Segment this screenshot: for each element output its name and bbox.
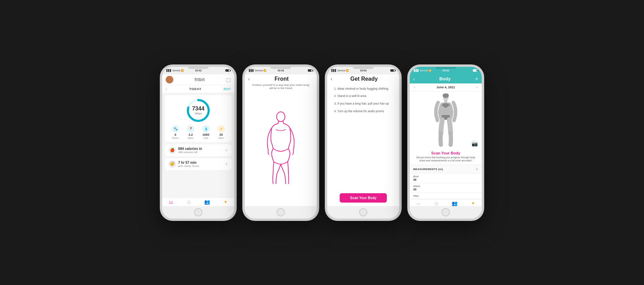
phones-container: ▋▋▋ Service 📶 19:02 fitbit ⬚ ‹ TODAY EDI… — [153, 58, 491, 228]
phone-bottom-1 — [162, 206, 234, 219]
calories-card: 🍎 684 calories in 488 calories left + — [165, 144, 232, 156]
scan-description: Did you know that tracking your progress… — [410, 156, 482, 165]
front-header: ‹ Front — [245, 74, 317, 83]
bust-value: 36 — [413, 178, 478, 181]
scan-body-button[interactable]: Scan Your Body — [340, 193, 387, 203]
status-right-3 — [390, 69, 395, 72]
inbox-icon[interactable]: ⬚ — [226, 77, 231, 82]
phone-4: ▋▋▋ Service 📶 19:02 ‹ Body + ‹ June 4, 2… — [408, 65, 484, 221]
status-right-1 — [225, 69, 230, 72]
add-button-4[interactable]: + — [475, 76, 478, 82]
nav-discover-4[interactable]: ◎ — [434, 201, 438, 206]
svg-rect-7 — [444, 100, 447, 103]
front-subtitle: Position yourself in a way that your ent… — [245, 83, 317, 90]
measurement-waist: Waist 30 — [410, 183, 482, 193]
status-right-4 — [473, 69, 478, 72]
status-left-2: ▋▋▋ Service 📶 — [249, 69, 267, 72]
camera-icon[interactable]: 📷 — [471, 140, 478, 148]
sleep-card: 😴 7 hr 57 min ● 81 Sleep Score + — [165, 158, 232, 170]
sleep-text: 7 hr 57 min ● 81 Sleep Score — [178, 161, 199, 168]
home-button-3[interactable] — [359, 208, 367, 216]
body-outline-svg — [263, 110, 298, 187]
sleep-icon: 😴 — [168, 160, 176, 168]
home-button-1[interactable] — [194, 208, 202, 216]
screen-3: ‹ Get Ready 1. Wear minimal or body hugg… — [327, 74, 399, 206]
measurement-bust: Bust 36 — [410, 173, 482, 183]
battery-icon-4 — [473, 69, 478, 72]
back-arrow-4[interactable]: ‹ — [413, 76, 415, 82]
scan-your-body-label: Scan Your Body — [410, 151, 482, 156]
date-next-arrow[interactable]: › — [476, 85, 478, 90]
edit-button[interactable]: EDIT — [224, 87, 231, 91]
notch-1 — [188, 67, 209, 69]
date-prev-arrow[interactable]: ‹ — [414, 85, 415, 90]
waist-label: Waist — [413, 185, 478, 188]
miles-unit: Miles — [188, 137, 193, 139]
cals-value: 1650 — [202, 133, 209, 136]
body-title: Body — [439, 76, 451, 81]
date-navigator: ‹ June 4, 2021 › — [410, 83, 482, 91]
calories-add-button[interactable]: + — [225, 147, 228, 153]
phone-bottom-3 — [327, 206, 399, 219]
status-left-3: ▋▋▋ Service 📶 — [331, 69, 349, 72]
calories-icon: 🍎 — [168, 146, 176, 154]
battery-icon-3 — [390, 69, 395, 72]
miles-value: 3.2 — [189, 133, 193, 136]
battery-icon-2 — [308, 69, 313, 72]
calories-text: 684 calories in 488 calories left — [178, 147, 202, 154]
instruction-4: 4. Turn up the volume for audio proms — [334, 109, 392, 114]
mins-value: 25 — [219, 133, 223, 136]
miles-icon: 📍 — [187, 125, 194, 133]
fitbit-header: fitbit ⬚ — [162, 74, 234, 85]
home-button-4[interactable] — [442, 208, 450, 216]
svg-point-2 — [277, 112, 285, 122]
avatar — [166, 76, 173, 83]
measurements-header: MEASUREMENTS (in) + — [410, 164, 482, 173]
mins-icon: ⚡ — [217, 125, 225, 133]
phone-2: ▋▋▋ Service 📶 19:02 ‹ Front Position you… — [243, 65, 319, 221]
notch-2 — [270, 67, 291, 69]
nav-dashboard-4[interactable]: ⚏ — [416, 201, 421, 206]
today-label: TODAY — [189, 87, 202, 91]
sleep-add-button[interactable]: + — [225, 161, 228, 167]
svg-line-3 — [278, 121, 279, 124]
stat-cals: 💧 1650 Cals — [202, 125, 210, 139]
app-title: fitbit — [195, 77, 205, 82]
side-button-3 — [400, 95, 401, 107]
measurement-hips: Hips — [410, 193, 482, 199]
back-arrow-today[interactable]: ‹ — [166, 87, 167, 91]
sleep-left: 😴 7 hr 57 min ● 81 Sleep Score — [168, 160, 199, 168]
nav-community-4[interactable]: 👥 — [452, 201, 458, 206]
nav-premium[interactable]: ✦ — [224, 199, 228, 205]
nav-community[interactable]: 👥 — [204, 199, 210, 205]
get-ready-title: Get Ready — [332, 76, 396, 82]
body-photo-svg — [432, 93, 460, 149]
screen-1: fitbit ⬚ ‹ TODAY EDIT 7344 Steps — [162, 74, 234, 206]
nav-discover[interactable]: ◎ — [187, 199, 191, 205]
status-time-2: 19:02 — [277, 69, 284, 72]
svg-line-4 — [283, 121, 284, 124]
status-left-1: ▋▋▋ Service 📶 — [166, 69, 184, 72]
phone-bottom-4 — [410, 206, 482, 219]
notch-3 — [353, 67, 374, 69]
body-outline-container — [245, 91, 317, 206]
stat-mins: ⚡ 25 Mins — [217, 125, 225, 139]
date-display: June 4, 2021 — [436, 86, 455, 89]
status-time-4: 19:02 — [442, 69, 449, 72]
status-right-2 — [308, 69, 313, 72]
instruction-1: 1. Wear minimal or body hugging clothing — [334, 87, 392, 91]
body-image-area: 📷 — [410, 91, 482, 151]
mins-unit: Mins — [219, 137, 224, 139]
calories-left: 🍎 684 calories in 488 calories left — [168, 146, 202, 154]
measurements-add-button[interactable]: + — [476, 166, 478, 172]
nav-dashboard[interactable]: ⚏ — [169, 199, 173, 205]
sleep-sub: ● 81 Sleep Score — [178, 164, 199, 168]
bust-label: Bust — [413, 175, 478, 178]
steps-section: 7344 Steps 🐾 6 Floors 📍 3.2 Miles — [165, 95, 232, 142]
side-button-1 — [235, 95, 236, 107]
calories-main: 684 calories in — [178, 147, 202, 151]
home-button-2[interactable] — [277, 208, 285, 216]
nav-premium-4[interactable]: ✦ — [471, 201, 475, 206]
status-left-4: ▋▋▋ Service 📶 — [414, 69, 432, 72]
status-bar-3: ▋▋▋ Service 📶 19:02 — [327, 67, 399, 74]
